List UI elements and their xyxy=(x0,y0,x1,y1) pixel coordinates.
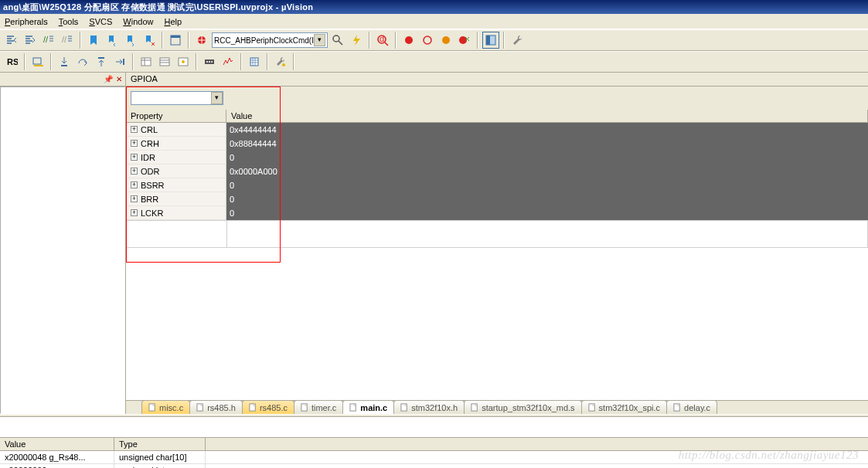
gpio-filter-combo[interactable]: ▾ xyxy=(131,91,223,105)
tb2-memory-icon[interactable] xyxy=(246,53,263,70)
tb-bookmark-prev-icon[interactable] xyxy=(104,32,121,49)
watermark: http://blog.csdn.net/zhangjiayue123 xyxy=(679,449,859,462)
expand-icon[interactable]: + xyxy=(131,140,138,147)
expand-icon[interactable]: + xyxy=(131,154,138,161)
expand-icon[interactable]: + xyxy=(131,168,138,175)
tb2-serial-icon[interactable] xyxy=(201,53,218,70)
property-panel: ▾ Property Value +CRL0x44444444+CRH0x888… xyxy=(126,86,868,248)
property-row[interactable]: +CRL0x44444444 xyxy=(126,123,868,137)
gpio-panel-title: GPIOA xyxy=(126,73,868,86)
svg-point-26 xyxy=(211,61,213,63)
prop-value: 0x0000A000 xyxy=(226,167,868,176)
tb-find-icon[interactable] xyxy=(329,32,346,49)
tab-label: startup_stm32f10x_md.s xyxy=(482,403,574,412)
tab-misc-c[interactable]: misc.c xyxy=(141,400,190,414)
svg-point-22 xyxy=(182,60,185,63)
close-icon[interactable]: ✕ xyxy=(114,75,124,84)
expand-icon[interactable]: + xyxy=(131,195,138,202)
watch-value: x20000048 g_Rs48... xyxy=(0,451,114,463)
menu-svcs[interactable]: SVCS xyxy=(89,17,112,26)
svg-rect-15 xyxy=(33,58,41,64)
tb-bookmark-icon[interactable] xyxy=(85,32,102,49)
editor-area[interactable] xyxy=(126,248,868,400)
property-row[interactable]: +LCKR0 xyxy=(126,206,868,220)
prop-value: 0 xyxy=(226,153,868,162)
svg-rect-27 xyxy=(250,58,258,66)
tab-rs485-h[interactable]: rs485.h xyxy=(189,400,243,414)
prop-name: ODR xyxy=(141,167,159,176)
tb-indent-right-icon[interactable] xyxy=(22,32,39,49)
tb-indent-left-icon[interactable] xyxy=(3,32,20,49)
property-row[interactable]: +CRH0x88844444 xyxy=(126,137,868,151)
expand-icon[interactable]: + xyxy=(131,126,138,133)
tb-comment-icon[interactable]: // xyxy=(40,32,57,49)
property-row[interactable]: +BSRR0 xyxy=(126,178,868,192)
toolbar-1: // // RCC_AHBPeriphClockCmd(I ▾ d xyxy=(0,29,868,51)
tb-bookmark-clear-icon[interactable] xyxy=(141,32,158,49)
tb2-step-in-icon[interactable] xyxy=(56,53,73,70)
tab-label: rs485.h xyxy=(207,403,236,412)
tab-stm32f10x-h[interactable]: stm32f10x.h xyxy=(393,400,465,414)
tab-startup_stm32f10x_md-s[interactable]: startup_stm32f10x_md.s xyxy=(464,400,581,414)
tb-flash-icon[interactable] xyxy=(348,32,365,49)
tb2-step-over-icon[interactable] xyxy=(74,53,91,70)
watch-type: unsigned int xyxy=(114,464,206,468)
tb-layout-icon[interactable] xyxy=(482,32,499,49)
svg-rect-35 xyxy=(471,404,477,411)
tb2-run-to-icon[interactable] xyxy=(111,53,128,70)
svg-rect-16 xyxy=(61,65,67,66)
expand-icon[interactable]: + xyxy=(131,181,138,188)
dropdown-icon[interactable]: ▾ xyxy=(211,92,223,104)
menu-help[interactable]: Help xyxy=(164,17,182,26)
menu-tools[interactable]: Tools xyxy=(59,17,79,26)
menu-peripherals[interactable]: Peripherals xyxy=(5,17,48,26)
watch-value: x00000000 xyxy=(0,464,114,468)
tab-timer-c[interactable]: timer.c xyxy=(294,400,343,414)
svg-point-25 xyxy=(209,61,210,63)
function-combo[interactable]: RCC_AHBPeriphClockCmd(I ▾ xyxy=(212,32,328,48)
menu-window[interactable]: Window xyxy=(123,17,153,26)
tb-window-icon[interactable] xyxy=(167,32,184,49)
prop-value: 0 xyxy=(226,195,868,204)
tb-rec-hollow-icon[interactable] xyxy=(419,32,436,49)
tb2-tools-icon[interactable] xyxy=(272,53,289,70)
tb2-step-out-icon[interactable] xyxy=(93,53,110,70)
tab-label: stm32f10x.h xyxy=(411,403,458,412)
tb2-run-icon[interactable] xyxy=(29,53,46,70)
property-row[interactable]: +BRR0 xyxy=(126,192,868,206)
watch-row[interactable]: x00000000unsigned int xyxy=(0,464,868,468)
dropdown-icon[interactable]: ▾ xyxy=(314,34,325,46)
property-header: Property Value xyxy=(126,110,868,123)
prop-name: BRR xyxy=(141,195,158,204)
tb2-watch2-icon[interactable] xyxy=(156,53,173,70)
tab-stm32f10x_spi-c[interactable]: stm32f10x_spi.c xyxy=(581,400,667,414)
svg-text:d: d xyxy=(380,34,384,43)
tb-rec-checked-icon[interactable] xyxy=(456,32,473,49)
svg-rect-33 xyxy=(350,404,356,411)
tb2-watch3-icon[interactable] xyxy=(175,53,192,70)
tab-main-c[interactable]: main.c xyxy=(342,400,394,414)
expand-icon[interactable]: + xyxy=(131,209,138,216)
tb-bookmark-next-icon[interactable] xyxy=(122,32,139,49)
tb-rec-red-icon[interactable] xyxy=(400,32,417,49)
tab-label: main.c xyxy=(360,403,387,412)
tb2-analyzer-icon[interactable] xyxy=(220,53,237,70)
property-row[interactable]: +ODR0x0000A000 xyxy=(126,164,868,178)
svg-point-9 xyxy=(424,36,431,44)
tb-debug-lens-icon[interactable]: d xyxy=(374,32,391,49)
property-body: +CRL0x44444444+CRH0x88844444+IDR0+ODR0x0… xyxy=(126,123,868,220)
tb-rec-orange-icon[interactable] xyxy=(437,32,454,49)
tb2-watch1-icon[interactable] xyxy=(138,53,155,70)
tab-delay-c[interactable]: delay.c xyxy=(666,400,717,414)
tb-uncomment-icon[interactable]: // xyxy=(59,32,76,49)
tb2-reset-icon[interactable]: RST xyxy=(3,53,20,70)
property-blank-row xyxy=(126,220,868,248)
pin-icon[interactable]: 📌 xyxy=(104,75,113,84)
tab-rs485-c[interactable]: rs485.c xyxy=(242,400,294,414)
prop-name: BSRR xyxy=(141,181,165,190)
svg-rect-19 xyxy=(141,58,151,66)
tb-debug-icon[interactable] xyxy=(193,32,210,49)
prop-value: 0x88844444 xyxy=(226,139,868,148)
property-row[interactable]: +IDR0 xyxy=(126,151,868,164)
tb-wrench-icon[interactable] xyxy=(509,32,526,49)
